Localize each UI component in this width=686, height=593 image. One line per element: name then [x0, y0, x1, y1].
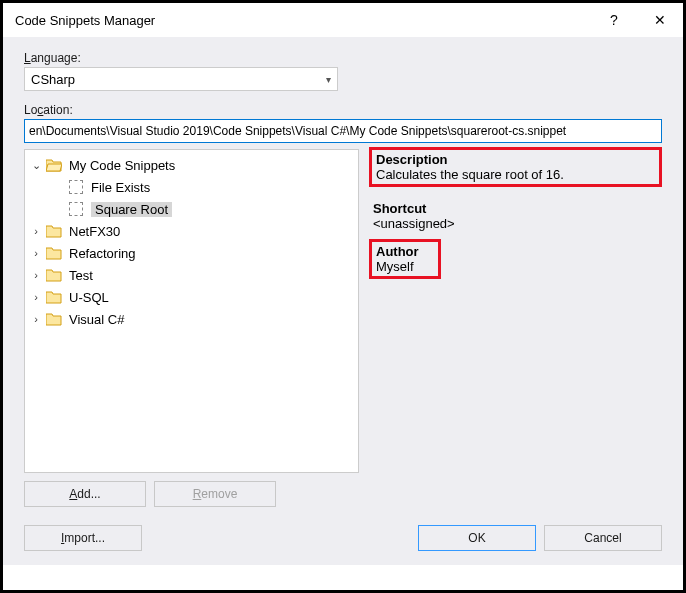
help-icon: ? — [610, 12, 618, 28]
tree-folder-item[interactable]: › Visual C# — [25, 308, 358, 330]
tree-label: Visual C# — [69, 312, 124, 327]
expander-closed-icon[interactable]: › — [29, 312, 43, 326]
folder-icon — [45, 312, 63, 326]
help-button[interactable]: ? — [591, 3, 637, 37]
import-button[interactable]: Import...Import... — [24, 525, 142, 551]
expander-closed-icon[interactable]: › — [29, 268, 43, 282]
location-row: Location:Location: — [24, 103, 662, 143]
mid-button-row: Add...Add... RemoveRemove — [24, 481, 662, 507]
folder-icon — [45, 246, 63, 260]
file-icon — [69, 202, 83, 216]
expander-closed-icon[interactable]: › — [29, 224, 43, 238]
titlebar: Code Snippets Manager ? ✕ — [3, 3, 683, 37]
tree-folder-item[interactable]: › U-SQL — [25, 286, 358, 308]
language-select[interactable]: CSharp ▾ — [24, 67, 338, 91]
tree-folder-expanded[interactable]: ⌄ My Code Snippets — [25, 154, 358, 176]
shortcut-text: <unassigned> — [373, 216, 656, 231]
add-button[interactable]: Add...Add... — [24, 481, 146, 507]
shortcut-title: Shortcut — [373, 201, 656, 216]
chevron-down-icon: ▾ — [326, 74, 331, 85]
language-value: CSharp — [31, 72, 75, 87]
location-label: Location:Location: — [24, 103, 662, 117]
language-row: LLanguage:anguage: CSharp ▾ — [24, 51, 662, 91]
description-block: Description Calculates the square root o… — [373, 151, 656, 183]
file-icon — [69, 180, 83, 194]
author-block: Author Myself — [373, 243, 437, 275]
expander-closed-icon[interactable]: › — [29, 246, 43, 260]
dialog-content: LLanguage:anguage: CSharp ▾ Location:Loc… — [3, 37, 683, 565]
expander-open-icon[interactable]: ⌄ — [29, 158, 43, 172]
window-title: Code Snippets Manager — [15, 13, 591, 28]
location-input[interactable] — [24, 119, 662, 143]
folder-open-icon — [45, 158, 63, 172]
tree-label: My Code Snippets — [69, 158, 175, 173]
tree-folder-item[interactable]: › Refactoring — [25, 242, 358, 264]
tree-folder-item[interactable]: › NetFX30 — [25, 220, 358, 242]
folder-icon — [45, 224, 63, 238]
remove-button: RemoveRemove — [154, 481, 276, 507]
info-panel: Description Calculates the square root o… — [367, 149, 662, 473]
folder-icon — [45, 268, 63, 282]
dialog-buttons: OK Cancel — [418, 525, 662, 551]
tree-folder-item[interactable]: › Test — [25, 264, 358, 286]
tree-file-item-selected[interactable]: Square Root — [25, 198, 358, 220]
cancel-button[interactable]: Cancel — [544, 525, 662, 551]
tree-label: File Exists — [91, 180, 150, 195]
close-icon: ✕ — [654, 12, 666, 28]
tree-label: Refactoring — [69, 246, 135, 261]
close-button[interactable]: ✕ — [637, 3, 683, 37]
tree-label: NetFX30 — [69, 224, 120, 239]
tree-label: Test — [69, 268, 93, 283]
highlight-annotation — [369, 239, 441, 279]
footer-row: Import...Import... OK Cancel — [24, 525, 662, 551]
folder-icon — [45, 290, 63, 304]
tree-file-item[interactable]: File Exists — [25, 176, 358, 198]
tree-label: Square Root — [91, 202, 172, 217]
language-label: LLanguage:anguage: — [24, 51, 662, 65]
ok-button[interactable]: OK — [418, 525, 536, 551]
shortcut-block: Shortcut <unassigned> — [373, 201, 656, 231]
highlight-annotation — [369, 147, 662, 187]
expander-closed-icon[interactable]: › — [29, 290, 43, 304]
main-area: ⌄ My Code Snippets File Exists Square Ro… — [24, 149, 662, 473]
tree-panel[interactable]: ⌄ My Code Snippets File Exists Square Ro… — [24, 149, 359, 473]
tree-label: U-SQL — [69, 290, 109, 305]
